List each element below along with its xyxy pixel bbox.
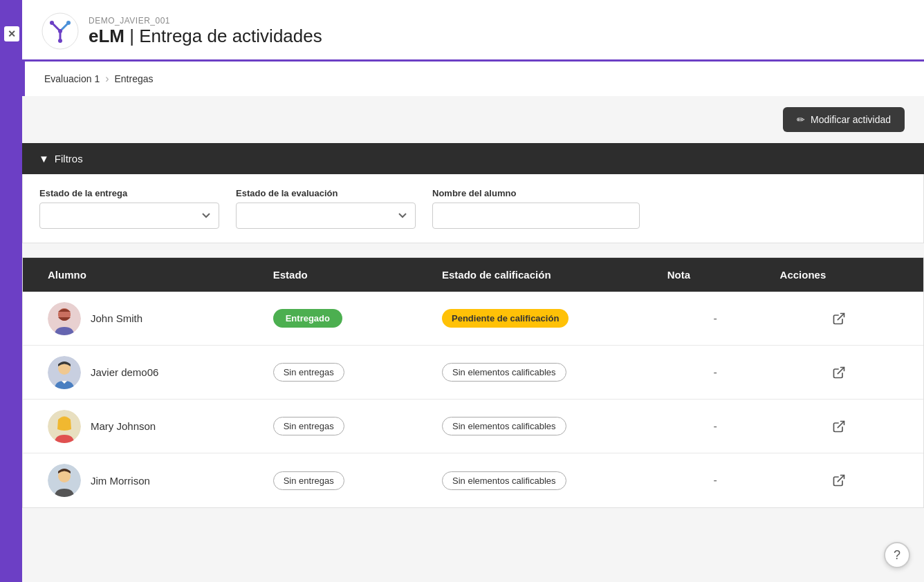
calificacion-cell: Sin elementos calificables: [434, 409, 659, 444]
grade-status-badge-no-items: Sin elementos calificables: [442, 471, 566, 490]
table-body: John Smith Entregado Pendiente de califi…: [23, 292, 923, 507]
app-logo: [41, 12, 79, 50]
estado-cell: Sin entregas: [265, 355, 434, 390]
filter-student-name-label: Nombre del alumno: [432, 188, 640, 198]
calificacion-cell: Sin elementos calificables: [434, 355, 659, 390]
table-row: Mary Johnson Sin entregas Sin elementos …: [23, 400, 923, 453]
filter-eval-status-label: Estado de la evaluación: [236, 188, 416, 198]
estado-cell: Sin entregas: [265, 463, 434, 498]
avatar: [48, 410, 81, 443]
svg-line-11: [838, 313, 844, 319]
table-row: Javier demo06 Sin entregas Sin elementos…: [23, 346, 923, 400]
calificacion-cell: Pendiente de calificación: [434, 301, 659, 336]
nota-value: -: [713, 420, 717, 433]
svg-point-6: [66, 21, 71, 25]
col-header-estado: Estado: [265, 258, 434, 292]
external-link-icon[interactable]: [832, 366, 846, 379]
status-badge-no-delivery: Sin entregas: [273, 363, 344, 382]
pencil-icon: ✏: [797, 114, 805, 125]
filter-triangle-icon: ▼: [39, 153, 49, 165]
logo-area: DEMO_JAVIER_001 eLM | Entrega de activid…: [41, 12, 322, 50]
filters-label: Filtros: [55, 153, 83, 165]
filter-delivery-status: Estado de la entrega: [39, 188, 219, 229]
avatar: [48, 464, 81, 497]
nota-value: -: [713, 312, 717, 325]
student-name-input[interactable]: [432, 203, 640, 229]
svg-line-14: [838, 367, 844, 373]
svg-point-5: [50, 21, 54, 25]
app-title: eLM | Entrega de actividades: [89, 26, 322, 47]
content-area: Evaluacion 1 › Entregas ✏ Modificar acti…: [22, 62, 924, 582]
filters-section: ▼ Filtros Estado de la entrega Estado de…: [22, 143, 924, 243]
nota-cell: -: [659, 358, 772, 387]
delivery-status-select[interactable]: [39, 203, 219, 229]
nota-value: -: [713, 474, 717, 487]
filters-header[interactable]: ▼ Filtros: [22, 143, 924, 174]
grade-status-badge-pending: Pendiente de calificación: [442, 309, 569, 328]
modify-activity-button[interactable]: ✏ Modificar actividad: [783, 107, 905, 132]
external-link-icon[interactable]: [832, 312, 846, 326]
svg-line-20: [838, 476, 844, 482]
filter-delivery-status-label: Estado de la entrega: [39, 188, 219, 198]
demo-label: DEMO_JAVIER_001: [89, 16, 322, 26]
breadcrumb-item-1[interactable]: Evaluacion 1: [44, 73, 100, 84]
col-header-acciones: Acciones: [772, 258, 907, 292]
breadcrumb-item-2[interactable]: Entregas: [115, 73, 154, 84]
main-wrapper: DEMO_JAVIER_001 eLM | Entrega de activid…: [22, 0, 924, 582]
actions-cell: [772, 303, 907, 334]
student-name: John Smith: [91, 312, 142, 324]
filter-student-name: Nombre del alumno: [432, 188, 640, 229]
table-row: John Smith Entregado Pendiente de califi…: [23, 292, 923, 346]
filter-eval-status: Estado de la evaluación: [236, 188, 416, 229]
student-name: Jim Morrison: [91, 475, 150, 487]
close-button[interactable]: ✕: [4, 26, 19, 41]
col-header-nota: Nota: [659, 258, 772, 292]
actions-cell: [772, 465, 907, 496]
nota-cell: -: [659, 412, 772, 441]
estado-cell: Sin entregas: [265, 409, 434, 444]
actions-cell: [772, 357, 907, 388]
nota-cell: -: [659, 466, 772, 495]
breadcrumb: Evaluacion 1 › Entregas: [22, 62, 924, 96]
student-cell-3: Mary Johnson: [39, 402, 265, 451]
student-cell-4: Jim Morrison: [39, 456, 265, 505]
nota-cell: -: [659, 304, 772, 333]
toolbar-row: ✏ Modificar actividad: [22, 96, 924, 143]
filters-body: Estado de la entrega Estado de la evalua…: [22, 174, 924, 243]
submissions-table: Alumno Estado Estado de calificación Not…: [22, 257, 924, 508]
breadcrumb-separator: ›: [105, 73, 109, 85]
grade-status-badge-no-items: Sin elementos calificables: [442, 417, 566, 435]
status-badge-no-delivery: Sin entregas: [273, 471, 344, 490]
svg-point-7: [58, 39, 62, 43]
estado-cell: Entregado: [265, 301, 434, 336]
calificacion-cell: Sin elementos calificables: [434, 463, 659, 498]
grade-status-badge-no-items: Sin elementos calificables: [442, 363, 566, 382]
external-link-icon[interactable]: [832, 420, 846, 433]
external-link-icon[interactable]: [832, 473, 846, 487]
student-cell-2: Javier demo06: [39, 348, 265, 397]
actions-cell: [772, 411, 907, 442]
nota-value: -: [713, 366, 717, 379]
header: DEMO_JAVIER_001 eLM | Entrega de activid…: [22, 0, 924, 62]
sidebar-strip: ✕: [0, 0, 22, 582]
col-header-alumno: Alumno: [39, 258, 265, 292]
avatar: [48, 356, 81, 389]
student-name: Mary Johnson: [91, 420, 156, 432]
table-header: Alumno Estado Estado de calificación Not…: [23, 258, 923, 292]
col-header-calificacion: Estado de calificación: [434, 258, 659, 292]
status-badge-no-delivery: Sin entregas: [273, 417, 344, 435]
status-badge-delivered: Entregado: [273, 309, 342, 328]
student-cell-1: John Smith: [39, 294, 265, 344]
svg-point-4: [58, 29, 62, 33]
header-text: DEMO_JAVIER_001 eLM | Entrega de activid…: [89, 16, 322, 47]
avatar: [48, 302, 81, 335]
table-row: Jim Morrison Sin entregas Sin elementos …: [23, 453, 923, 507]
svg-line-17: [838, 421, 844, 427]
help-button[interactable]: ?: [884, 542, 910, 568]
eval-status-select[interactable]: [236, 203, 416, 229]
student-name: Javier demo06: [91, 366, 158, 378]
